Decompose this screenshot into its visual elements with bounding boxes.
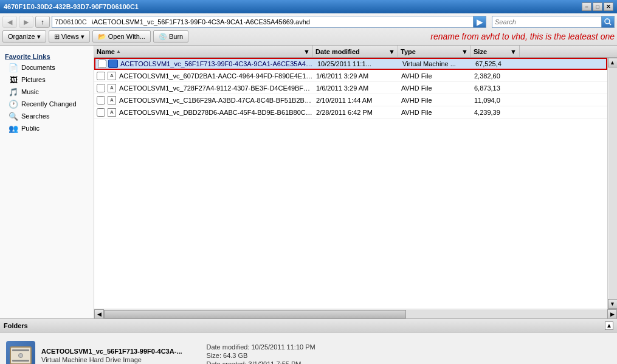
- col-header-type[interactable]: Type ▼: [398, 46, 471, 57]
- back-button[interactable]: ◀: [2, 16, 17, 28]
- sidebar-item-label: Pictures: [21, 76, 46, 83]
- column-headers: Name ▲ ▼ Date modified ▼ Type ▼ Size ▼: [94, 46, 617, 58]
- file-type: Virtual Machine ...: [400, 60, 473, 67]
- forward-button[interactable]: ▶: [19, 16, 33, 28]
- file-size: 2,382,60: [472, 72, 520, 80]
- file-date: 10/25/2011 11:1...: [315, 60, 400, 67]
- file-checkbox[interactable]: [97, 72, 105, 80]
- location-short: 7D06100C: [52, 16, 89, 28]
- file-area: Name ▲ ▼ Date modified ▼ Type ▼ Size ▼: [94, 46, 617, 318]
- folders-label: Folders: [4, 322, 28, 329]
- up-button[interactable]: ↑: [35, 16, 50, 28]
- burn-button[interactable]: 💿 Burn: [153, 30, 188, 43]
- scroll-down-button[interactable]: ▼: [608, 299, 618, 309]
- burn-icon: 💿: [159, 33, 167, 41]
- file-date: 2/28/2011 6:42 PM: [314, 109, 399, 116]
- open-with-button[interactable]: 📂 Open With...: [92, 30, 151, 43]
- scroll-left-button[interactable]: ◀: [94, 309, 104, 319]
- search-container: [492, 16, 615, 28]
- table-row[interactable]: A ACETOOLSVM1_vc_728F27A4-9112-4307-BE3F…: [94, 82, 607, 94]
- status-filetype: Virtual Machine Hard Drive Image: [41, 356, 182, 363]
- status-size: Size: 64.3 GB: [207, 352, 315, 359]
- toolbar-area: ◀ ▶ ↑ 7D06100C ▶ Organize ▾ ⊞ Views: [0, 13, 617, 46]
- window-controls: – □ ✕: [582, 2, 613, 11]
- status-info: ACETOOLSVM1_vc_56F1F713-99F0-4C3A-... Vi…: [41, 348, 182, 363]
- vhd-file-icon: [108, 59, 118, 69]
- file-date: 1/6/2011 3:29 AM: [314, 84, 399, 92]
- file-checkbox[interactable]: [97, 108, 105, 117]
- col-type-filter-icon: ▼: [461, 48, 468, 55]
- file-list: ACETOOLSVM1_vc_56F1F713-99F0-4C3A-9CA1-A…: [94, 58, 607, 309]
- rename-annotation: rename from avhd to vhd, this is the lea…: [430, 32, 615, 41]
- file-type: AVHD File: [399, 97, 472, 104]
- pictures-icon: 🖼: [9, 75, 18, 84]
- sidebar-item-label: Public: [21, 125, 40, 132]
- organize-dropdown-icon: ▾: [37, 33, 41, 41]
- hdd-visual: [10, 346, 32, 364]
- address-bar-container: 7D06100C ▶: [52, 16, 486, 28]
- nav-bar: ◀ ▶ ↑ 7D06100C ▶: [2, 15, 615, 29]
- table-row[interactable]: ACETOOLSVM1_vc_56F1F713-99F0-4C3A-9CA1-A…: [94, 58, 607, 70]
- file-checkbox[interactable]: [97, 96, 105, 105]
- col-header-size[interactable]: Size ▼: [471, 46, 520, 57]
- file-size: 4,239,39: [472, 109, 520, 116]
- col-header-name[interactable]: Name ▲ ▼: [94, 46, 313, 57]
- sidebar-item-label: Documents: [21, 64, 55, 71]
- hdd-circle: [18, 353, 23, 358]
- search-button[interactable]: [601, 16, 615, 28]
- sidebar-item-searches[interactable]: 🔍 Searches: [0, 110, 94, 122]
- toolbar-row: Organize ▾ ⊞ Views ▾ 📂 Open With... 💿 Bu…: [2, 30, 615, 43]
- window-title: 4670F1E0-30D2-432B-93D7-90F7D06100C1: [4, 3, 139, 10]
- sidebar-item-documents[interactable]: 📄 Documents: [0, 61, 94, 74]
- documents-icon: 📄: [9, 63, 18, 72]
- address-input[interactable]: [89, 16, 473, 28]
- file-checkbox[interactable]: [97, 84, 105, 92]
- sort-name-icon: ▲: [116, 49, 121, 54]
- file-name: ACETOOLSVM1_vc_DBD278D6-AABC-45F4-BD9E-B…: [119, 109, 314, 116]
- horizontal-scrollbar[interactable]: ◀ ▶: [94, 309, 617, 318]
- public-icon: 👥: [9, 123, 18, 133]
- folders-expand-button[interactable]: ▲: [605, 321, 613, 330]
- file-size: 67,525,4: [473, 60, 522, 67]
- folders-panel: Folders ▲: [0, 318, 617, 332]
- svg-line-1: [609, 23, 611, 25]
- sidebar-item-recently-changed[interactable]: 🕐 Recently Changed: [0, 98, 94, 110]
- h-scroll-thumb[interactable]: [104, 310, 406, 318]
- file-size: 11,094,0: [472, 97, 520, 104]
- sidebar-item-label: Recently Changed: [21, 100, 77, 108]
- sidebar-item-music[interactable]: 🎵 Music: [0, 86, 94, 98]
- favorite-links-title: Favorite Links: [0, 50, 94, 61]
- organize-button[interactable]: Organize ▾: [2, 30, 46, 43]
- views-dropdown-icon: ▾: [81, 33, 84, 41]
- status-meta: Date modified: 10/25/2011 11:10 PM Size:…: [207, 343, 315, 364]
- sidebar-item-pictures[interactable]: 🖼 Pictures: [0, 74, 94, 86]
- table-row[interactable]: A ACETOOLSVM1_vc_DBD278D6-AABC-45F4-BD9E…: [94, 106, 607, 118]
- recently-changed-icon: 🕐: [9, 99, 18, 109]
- close-button[interactable]: ✕: [604, 2, 613, 11]
- maximize-button[interactable]: □: [593, 2, 602, 11]
- sidebar-item-label: Searches: [21, 112, 49, 120]
- sidebar-item-label: Music: [21, 88, 39, 95]
- scroll-right-button[interactable]: ▶: [607, 309, 617, 319]
- file-checkbox[interactable]: [98, 60, 106, 68]
- views-button[interactable]: ⊞ Views ▾: [49, 30, 90, 43]
- table-row[interactable]: A ACETOOLSVM1_vc_607D2BA1-AACC-4964-94FD…: [94, 70, 607, 82]
- go-button[interactable]: ▶: [473, 16, 486, 28]
- table-row[interactable]: A ACETOOLSVM1_vc_C1B6F29A-A3BD-47CA-8C4B…: [94, 94, 607, 106]
- search-input[interactable]: [492, 16, 601, 28]
- file-name: ACETOOLSVM1_vc_56F1F713-99F0-4C3A-9CA1-A…: [120, 60, 315, 67]
- file-type: AVHD File: [399, 72, 472, 80]
- sidebar: Favorite Links 📄 Documents 🖼 Pictures 🎵 …: [0, 46, 94, 318]
- vertical-scrollbar[interactable]: ▲ ▼: [607, 58, 617, 309]
- views-icon: ⊞: [54, 33, 60, 41]
- col-header-date[interactable]: Date modified ▼: [313, 46, 398, 57]
- scroll-up-button[interactable]: ▲: [608, 58, 618, 67]
- file-date: 2/10/2011 1:44 AM: [314, 97, 399, 104]
- search-icon: [604, 18, 612, 26]
- minimize-button[interactable]: –: [582, 2, 591, 11]
- avhd-file-icon: A: [107, 108, 117, 117]
- sidebar-item-public[interactable]: 👥 Public: [0, 122, 94, 134]
- status-filename: ACETOOLSVM1_vc_56F1F713-99F0-4C3A-...: [41, 348, 182, 355]
- file-size: 6,873,13: [472, 84, 520, 92]
- music-icon: 🎵: [9, 87, 18, 97]
